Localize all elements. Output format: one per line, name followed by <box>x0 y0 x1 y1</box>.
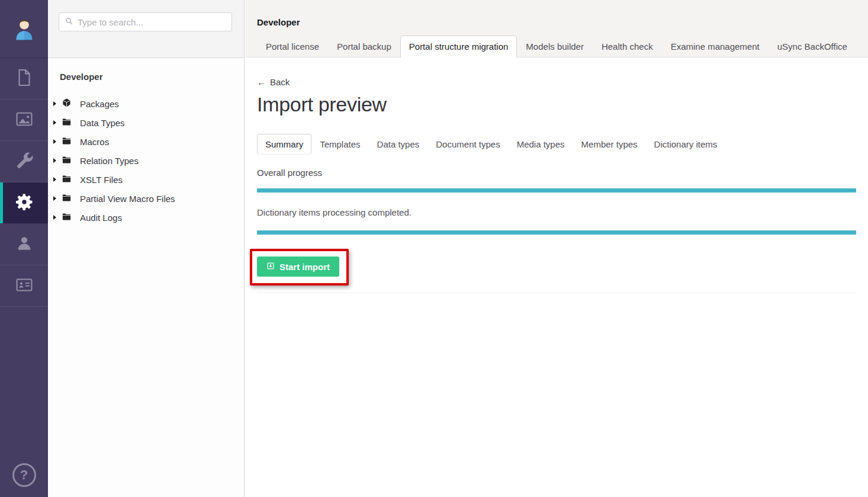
wrench-icon <box>14 150 34 173</box>
tree-list: Packages Data Types <box>48 94 244 227</box>
sub-tab-bar: Summary Templates Data types Document ty… <box>257 134 856 155</box>
content-divider <box>257 293 856 293</box>
start-import-label: Start import <box>279 262 330 272</box>
gear-icon <box>14 192 34 214</box>
tab-usync-backoffice[interactable]: uSync BackOffice <box>769 36 856 57</box>
subtab-summary[interactable]: Summary <box>257 134 311 155</box>
expand-caret-icon[interactable] <box>53 120 56 125</box>
annotation-highlight: Start import <box>250 249 349 286</box>
expand-caret-icon[interactable] <box>53 196 56 201</box>
expand-caret-icon[interactable] <box>53 101 56 106</box>
tree-panel: Developer Packages <box>48 0 245 497</box>
folder-icon <box>62 211 72 224</box>
tree-item-partial-view-macro-files[interactable]: Partial View Macro Files <box>48 189 244 208</box>
subtab-templates[interactable]: Templates <box>311 134 368 155</box>
user-icon <box>14 233 34 256</box>
tree-item-label: Macros <box>80 137 109 147</box>
active-section-indicator <box>0 182 3 223</box>
tab-portal-license[interactable]: Portal license <box>257 36 328 57</box>
expand-caret-icon[interactable] <box>53 177 56 182</box>
tree-item-label: Audit Logs <box>80 213 122 223</box>
expand-caret-icon[interactable] <box>53 139 56 144</box>
sidebar-item-content[interactable] <box>0 58 48 100</box>
avatar-icon <box>11 14 38 44</box>
tree-body: Developer Packages <box>48 58 244 227</box>
search-box[interactable] <box>59 12 232 31</box>
tree-item-label: Data Types <box>80 118 125 128</box>
help-icon: ? <box>12 463 36 487</box>
tab-portal-structure-migration[interactable]: Portal structure migration <box>400 36 517 57</box>
import-icon <box>266 262 275 272</box>
status-message: Dictionary items processing completed. <box>257 207 856 217</box>
tree-item-audit-logs[interactable]: Audit Logs <box>48 208 244 227</box>
tree-item-macros[interactable]: Macros <box>48 132 244 151</box>
sidebar-item-users[interactable] <box>0 224 48 265</box>
image-icon <box>14 109 34 132</box>
folder-icon <box>62 136 72 148</box>
tree-section-title: Developer <box>60 72 244 82</box>
tree-item-label: Relation Types <box>80 156 139 166</box>
search-input[interactable] <box>78 17 226 27</box>
sidebar-item-media[interactable] <box>0 100 48 141</box>
tree-item-relation-types[interactable]: Relation Types <box>48 151 244 170</box>
id-card-icon <box>14 275 34 297</box>
subtab-dictionary-items[interactable]: Dictionary items <box>646 134 726 155</box>
overall-progress-label: Overall progress <box>257 168 856 178</box>
start-import-button[interactable]: Start import <box>257 256 339 277</box>
document-icon <box>14 68 34 90</box>
tree-item-label: Packages <box>80 99 119 109</box>
help-button[interactable]: ? <box>0 463 48 487</box>
sidebar-item-members[interactable] <box>0 265 48 307</box>
subtab-member-types[interactable]: Member types <box>573 134 646 155</box>
folder-icon <box>62 174 72 186</box>
overall-progress-bar <box>257 188 856 193</box>
subtab-media-types[interactable]: Media types <box>509 134 573 155</box>
sidebar-item-developer[interactable] <box>0 182 48 224</box>
tree-item-packages[interactable]: Packages <box>48 94 244 113</box>
search-icon <box>65 17 73 28</box>
page-title: Import preview <box>257 93 856 116</box>
back-link-label: Back <box>270 77 290 87</box>
tab-examine-management[interactable]: Examine management <box>662 36 769 57</box>
folder-icon <box>62 155 72 167</box>
main-area: Developer Portal license Portal backup P… <box>245 0 868 497</box>
folder-icon <box>62 117 72 129</box>
tree-item-data-types[interactable]: Data Types <box>48 113 244 132</box>
expand-caret-icon[interactable] <box>53 215 56 220</box>
tree-item-label: Partial View Macro Files <box>80 194 175 204</box>
app-rail: ? <box>0 0 48 497</box>
box-icon <box>62 98 72 110</box>
status-progress-bar <box>257 230 856 235</box>
expand-caret-icon[interactable] <box>53 158 56 163</box>
subtab-data-types[interactable]: Data types <box>369 134 428 155</box>
tab-portal-backup[interactable]: Portal backup <box>328 36 400 57</box>
sidebar-item-settings[interactable] <box>0 141 48 182</box>
main-content: ← Back Import preview Summary Templates … <box>245 57 868 293</box>
main-tab-bar: Portal license Portal backup Portal stru… <box>257 36 856 57</box>
tree-item-xslt-files[interactable]: XSLT Files <box>48 170 244 189</box>
folder-icon <box>62 193 72 205</box>
tree-panel-header <box>48 0 244 58</box>
tree-item-label: XSLT Files <box>80 175 123 185</box>
back-link[interactable]: ← Back <box>257 77 290 87</box>
user-avatar[interactable] <box>0 0 48 58</box>
back-arrow-icon: ← <box>257 77 266 87</box>
section-title: Developer <box>257 17 300 27</box>
tab-health-check[interactable]: Health check <box>593 36 662 57</box>
tab-models-builder[interactable]: Models builder <box>517 36 593 57</box>
subtab-document-types[interactable]: Document types <box>427 134 508 155</box>
main-header: Developer Portal license Portal backup P… <box>245 0 868 57</box>
